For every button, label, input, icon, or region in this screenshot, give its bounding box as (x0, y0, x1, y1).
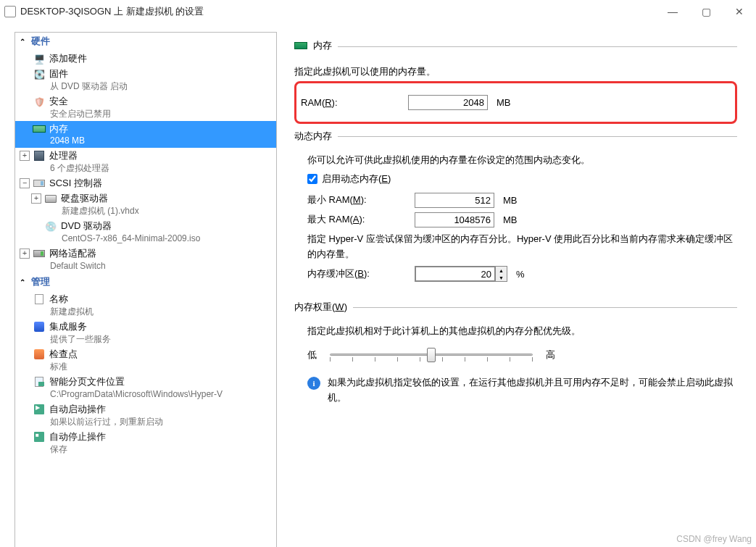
collapse-icon: ⌃ (20, 278, 28, 286)
memory-icon (294, 41, 307, 51)
max-ram-label: 最大 RAM(A): (307, 213, 409, 226)
autostop-node[interactable]: 自动停止操作 (15, 429, 276, 444)
slider-low-label: 低 (307, 348, 317, 362)
firmware-icon (32, 67, 46, 80)
paging-node[interactable]: 智能分页文件位置 (15, 374, 276, 389)
ram-unit: MB (497, 97, 511, 108)
ram-label: RAM(R): (301, 97, 402, 108)
hdd-icon (43, 192, 58, 205)
services-sub: 提供了一些服务 (15, 334, 276, 346)
hardware-header[interactable]: ⌃硬件 (15, 33, 276, 51)
expand-icon[interactable]: + (20, 151, 30, 161)
start-icon (32, 403, 46, 416)
app-icon (4, 6, 16, 17)
name-icon (32, 293, 46, 306)
ram-input[interactable] (408, 95, 488, 110)
dynamic-memory-desc: 你可以允许可供此虚拟机使用的内存量在你设定的范围内动态变化。 (307, 153, 737, 168)
checkpoint-sub: 标准 (15, 362, 276, 374)
window-title: DESKTOP-3QISOGN 上 新建虚拟机 的设置 (20, 5, 656, 18)
name-node[interactable]: 名称 (15, 291, 276, 306)
max-ram-input[interactable] (415, 212, 494, 227)
highlight-box: RAM(R): MB (294, 81, 737, 124)
name-sub: 新建虚拟机 (15, 306, 276, 319)
weight-desc: 指定此虚拟机相对于此计算机上的其他虚拟机的内存分配优先级。 (307, 324, 737, 339)
min-ram-input[interactable] (415, 193, 494, 208)
info-icon: i (307, 377, 320, 390)
hdd-sub: 新建虚拟机 (1).vhdx (15, 206, 276, 218)
hdd-node[interactable]: +硬盘驱动器 (15, 191, 276, 206)
dvd-sub: CentOS-7-x86_64-Minimal-2009.iso (15, 233, 276, 246)
settings-pane: 内存 指定此虚拟机可以使用的内存量。 RAM(R): MB 动态内存 你可以允许… (280, 32, 750, 547)
security-sub: 安全启动已禁用 (15, 109, 276, 121)
watermark: CSDN @frey Wang (676, 534, 752, 544)
buffer-label: 内存缓冲区(B): (307, 267, 409, 280)
paging-sub: C:\ProgramData\Microsoft\Windows\Hyper-V (15, 389, 276, 401)
expand-icon[interactable]: + (31, 193, 41, 204)
network-icon (32, 247, 46, 260)
slider-thumb[interactable] (427, 348, 436, 362)
buffer-spinner[interactable]: ▲▼ (415, 266, 507, 282)
spin-up-icon[interactable]: ▲ (496, 267, 507, 274)
titlebar: DESKTOP-3QISOGN 上 新建虚拟机 的设置 — ▢ ✕ (0, 0, 756, 23)
collapse-icon: ⌃ (20, 38, 28, 46)
cpu-icon (32, 149, 46, 162)
scsi-icon (32, 177, 46, 190)
checkpoint-icon (32, 348, 46, 361)
close-button[interactable]: ✕ (723, 0, 756, 23)
autostart-sub: 如果以前运行过，则重新启动 (15, 417, 276, 429)
autostop-sub: 保存 (15, 444, 276, 456)
memory-node[interactable]: 内存 (15, 121, 276, 136)
maximize-button[interactable]: ▢ (689, 0, 723, 23)
pane-title: 内存 (313, 39, 332, 52)
settings-tree: ⌃硬件 添加硬件 固件 从 DVD 驱动器 启动 安全 安全启动已禁用 内存 2… (14, 32, 277, 547)
services-node[interactable]: 集成服务 (15, 319, 276, 334)
security-node[interactable]: 安全 (15, 93, 276, 109)
management-header[interactable]: ⌃管理 (15, 273, 276, 291)
memory-icon (32, 122, 46, 135)
dynamic-memory-title: 动态内存 (294, 130, 332, 143)
network-sub: Default Switch (15, 261, 276, 273)
spin-down-icon[interactable]: ▼ (496, 274, 507, 281)
autostart-node[interactable]: 自动启动操作 (15, 401, 276, 417)
weight-title: 内存权重(W) (294, 301, 347, 314)
slider-high-label: 高 (546, 348, 555, 362)
add-hardware-node[interactable]: 添加硬件 (15, 51, 276, 66)
services-icon (32, 320, 46, 333)
stop-icon (32, 430, 46, 443)
weight-slider[interactable] (330, 346, 533, 364)
checkpoint-node[interactable]: 检查点 (15, 346, 276, 362)
scsi-node[interactable]: −SCSI 控制器 (15, 175, 276, 191)
cpu-node[interactable]: +处理器 (15, 148, 276, 163)
firmware-node[interactable]: 固件 (15, 66, 276, 81)
dvd-node[interactable]: DVD 驱动器 (15, 218, 276, 233)
expand-icon[interactable]: + (20, 249, 30, 259)
cpu-sub: 6 个虚拟处理器 (15, 163, 276, 175)
enable-dynamic-label: 启用动态内存(E) (322, 172, 391, 185)
min-ram-label: 最小 RAM(M): (307, 193, 409, 206)
minimize-button[interactable]: — (656, 0, 689, 23)
weight-info: 如果为此虚拟机指定较低的设置，在运行其他虚拟机并且可用内存不足时，可能会禁止启动… (328, 375, 737, 406)
enable-dynamic-checkbox[interactable] (307, 174, 317, 184)
memory-sub: 2048 MB (15, 135, 276, 148)
paging-icon (32, 375, 46, 388)
shield-icon (32, 95, 46, 108)
firmware-sub: 从 DVD 驱动器 启动 (15, 81, 276, 93)
buffer-input[interactable] (415, 267, 495, 281)
buffer-desc: 指定 Hyper-V 应尝试保留为缓冲区的内存百分比。Hyper-V 使用此百分… (307, 232, 737, 262)
memory-desc: 指定此虚拟机可以使用的内存量。 (294, 65, 737, 78)
network-node[interactable]: +网络适配器 (15, 246, 276, 261)
dvd-icon (43, 220, 58, 233)
add-hardware-icon (32, 52, 46, 65)
collapse-icon[interactable]: − (20, 178, 30, 188)
